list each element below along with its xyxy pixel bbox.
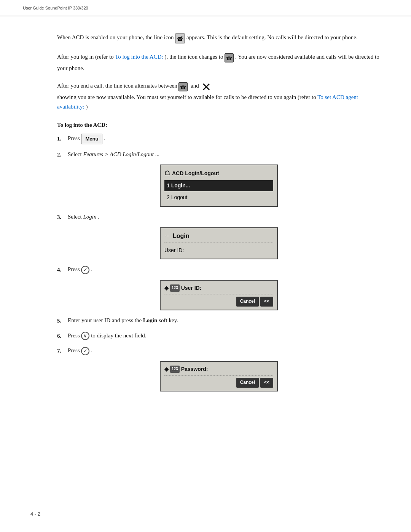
screen-login-container: ← Login User ID: (57, 227, 381, 259)
line-icon-available: ☎ * (175, 32, 185, 44)
password-field-text: Password: (181, 365, 208, 374)
menu-button[interactable]: Menu (81, 134, 102, 144)
step-5-num: 5. (57, 316, 68, 326)
login-back-icon: ← (164, 232, 170, 240)
step-7-num: 7. (57, 346, 68, 356)
steps-list: 1. Press Menu . 2. Select Features > ACD… (57, 134, 381, 391)
step-7-content: Press ✓ . (68, 346, 381, 355)
p1-end: appears. This is the default setting. No… (186, 34, 358, 40)
step-5: 5. Enter your user ID and press the Logi… (57, 316, 381, 326)
screen-acd-menu-container: ☖ ACD Login/Logout 1 Login... 2 Logout (57, 165, 381, 207)
line-icon-logged-in: ☎ (225, 51, 234, 64)
step-2-num: 2. (57, 150, 68, 160)
svg-text:☎: ☎ (226, 56, 232, 61)
step-2-italic: Features > ACD Login/Logout (83, 151, 154, 157)
userid-input-row: ◆ 123 User ID: (164, 284, 273, 294)
page-content: When ACD is enabled on your phone, the l… (0, 16, 411, 412)
p2-link[interactable]: To log into the ACD: (115, 54, 163, 60)
password-diamond-icon: ◆ (164, 365, 169, 374)
screen-acd-menu: ☖ ACD Login/Logout 1 Login... 2 Logout (160, 165, 278, 207)
login-title-row: ← Login (164, 231, 273, 243)
page-number: 4 - 2 (30, 511, 40, 517)
p2-end: ), the line icon changes to (164, 54, 223, 60)
paragraph-1: When ACD is enabled on your phone, the l… (57, 32, 381, 44)
step-2-content: Select Features > ACD Login/Logout ... (68, 150, 381, 159)
step-5-bold: Login (143, 317, 158, 323)
userid-label-pill: 123 (170, 284, 180, 292)
step-2: 2. Select Features > ACD Login/Logout ..… (57, 150, 381, 160)
chevron-down-button[interactable]: ∨ (81, 332, 89, 340)
paragraph-3: After you end a call, the line icon alte… (57, 80, 381, 112)
screen-password-input: ◆ 123 Password: Cancel << (160, 361, 278, 391)
screen-userid-input: ◆ 123 User ID: Cancel << (160, 280, 278, 310)
p3-start: After you end a call, the line icon alte… (57, 83, 177, 89)
step-5-content: Enter your user ID and press the Login s… (68, 316, 381, 325)
userid-field-text: User ID: (181, 284, 202, 292)
p3-end: showing you are now unavailable. You mus… (57, 94, 316, 100)
checkmark-button-4[interactable]: ✓ (81, 266, 89, 274)
step-7: 7. Press ✓ . (57, 346, 381, 356)
step-1-num: 1. (57, 134, 68, 144)
acd-icon: ☖ (164, 168, 170, 178)
login-userid-field: User ID: (164, 245, 273, 256)
header-title: User Guide SoundPoint IP 330/320 (23, 6, 88, 10)
p1-start: When ACD is enabled on your phone, the l… (57, 34, 174, 40)
userid-cancel-softkey[interactable]: Cancel (236, 297, 259, 307)
step-4-content: Press ✓ . (68, 265, 381, 274)
step-6-content: Press ∨ to display the next field. (68, 331, 381, 340)
header: User Guide SoundPoint IP 330/320 (0, 0, 411, 16)
screen-item-logout[interactable]: 2 Logout (164, 192, 273, 203)
step-3-num: 3. (57, 212, 68, 222)
p3-end2: ) (86, 104, 88, 110)
step-1: 1. Press Menu . (57, 134, 381, 144)
screen-item-login[interactable]: 1 Login... (164, 180, 273, 191)
section-heading: To log into the ACD: (57, 122, 381, 128)
step-6: 6. Press ∨ to display the next field. (57, 331, 381, 341)
userid-back-softkey[interactable]: << (260, 297, 273, 307)
step-6-num: 6. (57, 331, 68, 341)
screen-userid-container: ◆ 123 User ID: Cancel << (57, 280, 381, 310)
step-4: 4. Press ✓ . (57, 265, 381, 275)
screen-login: ← Login User ID: (160, 227, 278, 259)
step-1-content: Press Menu . (68, 134, 381, 144)
screen-title-bar: ☖ ACD Login/Logout (164, 168, 273, 178)
p2-start: After you log in (refer to (57, 54, 114, 60)
step-3-italic: Login (83, 214, 96, 220)
x-icon (202, 80, 210, 93)
login-title-text: Login (173, 231, 190, 241)
screen-password-container: ◆ 123 Password: Cancel << (57, 361, 381, 391)
password-back-softkey[interactable]: << (260, 378, 273, 388)
screen-acd-title: ACD Login/Logout (172, 169, 219, 178)
step-3-content: Select Login . (68, 212, 381, 222)
phone-icon-1: ☎ (178, 80, 188, 93)
userid-diamond-icon: ◆ (164, 284, 169, 292)
svg-text:☎: ☎ (180, 85, 186, 90)
paragraph-2: After you log in (refer to To log into t… (57, 51, 381, 73)
password-input-row: ◆ 123 Password: (164, 365, 273, 375)
password-label-pill: 123 (170, 366, 180, 373)
password-softkey-bar: Cancel << (164, 378, 273, 388)
checkmark-button-7[interactable]: ✓ (81, 347, 89, 355)
step-3: 3. Select Login . (57, 212, 381, 222)
userid-softkey-bar: Cancel << (164, 297, 273, 307)
step-4-num: 4. (57, 265, 68, 275)
and-word: and (191, 83, 199, 89)
password-cancel-softkey[interactable]: Cancel (236, 378, 259, 388)
svg-text:*: * (181, 35, 183, 39)
